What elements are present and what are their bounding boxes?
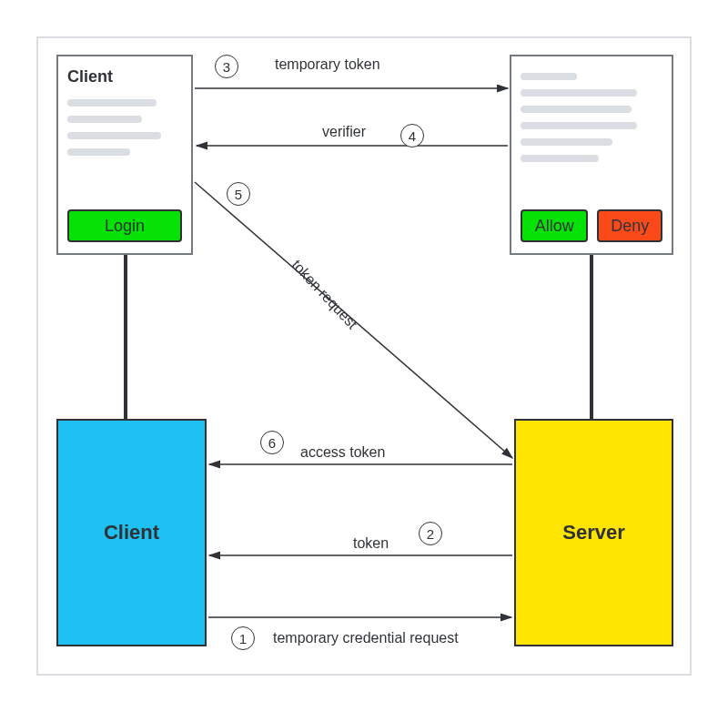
placeholder-line (67, 99, 157, 107)
placeholder-line (521, 122, 637, 129)
label-step-2: token (353, 535, 389, 552)
placeholder-line (521, 155, 599, 162)
server-block: Server (514, 419, 673, 646)
client-login-panel: Client Login (56, 55, 193, 255)
client-panel-title: Client (67, 67, 182, 86)
step-number-3: 3 (215, 55, 238, 78)
label-step-6: access token (300, 444, 385, 461)
placeholder-line (67, 132, 161, 139)
label-step-4: verifier (322, 124, 366, 140)
login-button[interactable]: Login (67, 209, 182, 242)
step-number-2: 2 (419, 522, 442, 545)
placeholder-line (67, 116, 142, 123)
allow-button[interactable]: Allow (521, 209, 588, 242)
placeholder-line (521, 138, 612, 146)
placeholder-line (521, 73, 577, 80)
step-number-1: 1 (231, 626, 255, 650)
step-number-4: 4 (400, 124, 424, 147)
authorization-panel: Allow Deny (510, 55, 673, 255)
server-vertical-connector (590, 255, 593, 419)
label-step-3: temporary token (275, 56, 380, 73)
label-step-1: temporary credential request (273, 630, 459, 646)
deny-button[interactable]: Deny (597, 209, 662, 242)
placeholder-line (521, 89, 637, 97)
placeholder-line (67, 148, 130, 156)
client-vertical-connector (124, 255, 127, 419)
client-block: Client (56, 419, 207, 646)
step-number-5: 5 (227, 182, 250, 206)
step-number-6: 6 (260, 431, 284, 454)
placeholder-line (521, 106, 632, 113)
